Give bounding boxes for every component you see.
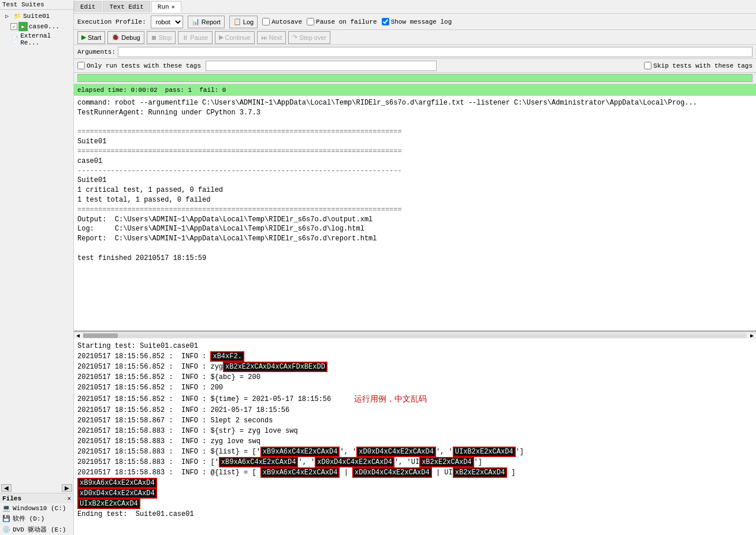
log-line: Ending test: Suite01.case01 <box>77 509 753 519</box>
autosave-check[interactable]: Autosave <box>262 18 302 25</box>
start-label: Start <box>88 34 101 41</box>
continue-btn[interactable]: ▶ Continue <box>215 31 255 44</box>
next-icon: ⏭ <box>261 34 267 41</box>
show-message-check[interactable]: Show message log <box>382 18 452 25</box>
show-message-label: Show message log <box>391 18 452 25</box>
output-line: ----------------------------------------… <box>77 166 753 176</box>
only-run-checkbox[interactable] <box>77 62 85 69</box>
output-line <box>77 244 753 254</box>
sidebar-item-external[interactable]: 📄 External Re... <box>1 32 72 47</box>
sidebar-item-suite01[interactable]: ▷ 📁 Suite01 <box>1 11 72 21</box>
sidebar-header: Test Suites <box>0 0 73 10</box>
windows-drive-label: Windows10 (C:) <box>13 505 66 512</box>
highlight-span: UIxB2xE2xCAxD4 <box>77 499 140 509</box>
sidebar: Test Suites ▷ 📁 Suite01 ▶ case0... 📄 Ext… <box>0 0 74 535</box>
stop-btn[interactable]: ⏹ Stop <box>147 31 176 44</box>
skip-check[interactable]: Skip tests with these tags <box>644 62 753 69</box>
hscroll-track[interactable] <box>83 333 747 338</box>
highlight-span: xB2xE2xCAxD4xCAxFDxBExDD <box>223 362 327 372</box>
tree-scroll-arrows: ◀ ▶ <box>0 483 73 493</box>
files-header: Files ✕ <box>0 493 73 503</box>
output-line: command: robot --argumentfile C:\Users\A… <box>77 98 753 108</box>
log-icon: 📋 <box>233 18 241 25</box>
tab-textedit[interactable]: Text Edit <box>103 1 150 12</box>
execution-profile-select[interactable]: robot <box>151 16 183 28</box>
top-output-panel[interactable]: command: robot --argumentfile C:\Users\A… <box>74 96 756 332</box>
scroll-left-btn[interactable]: ◀ <box>1 484 12 492</box>
log-line: xD0xD4xC4xE2xCAxD4 <box>77 488 753 499</box>
file-item-software[interactable]: 💾 软件 (D:) <box>0 513 73 524</box>
sidebar-tree: ▷ 📁 Suite01 ▶ case0... 📄 External Re... <box>0 10 73 483</box>
log-btn[interactable]: 📋 Log <box>229 16 258 28</box>
continue-icon: ▶ <box>219 34 224 41</box>
pause-btn[interactable]: ⏸ Pause <box>178 31 212 44</box>
highlight-span: xB9xA6xC4xE2xCAxD4 <box>219 457 299 467</box>
software-drive-label: 软件 (D:) <box>13 514 44 523</box>
case01-label: case0... <box>29 23 59 30</box>
skip-checkbox[interactable] <box>644 62 651 69</box>
windows-drive-icon: 💻 <box>2 504 10 512</box>
step-over-btn[interactable]: ↷ Step over <box>288 31 330 44</box>
continue-label: Continue <box>225 34 251 41</box>
tab-run-close[interactable]: ✕ <box>172 3 175 10</box>
output-line: 1 test total, 1 passed, 0 failed <box>77 195 753 205</box>
tab-edit-label: Edit <box>80 3 95 10</box>
progress-bar-outer <box>77 74 753 82</box>
highlight-span: xB2xE2xCAxD4 <box>453 467 507 478</box>
pause-failure-check[interactable]: Pause on failure <box>307 18 377 25</box>
output-line: 1 critical test, 1 passed, 0 failed <box>77 185 753 195</box>
start-icon: ▶ <box>81 34 86 41</box>
arguments-input[interactable] <box>118 47 753 57</box>
scroll-right-btn[interactable]: ▶ <box>62 484 72 492</box>
log-line: 20210517 18:15:58.883 : INFO : ${list} =… <box>77 447 753 457</box>
suite01-label: Suite01 <box>23 13 50 20</box>
progress-area <box>74 73 756 84</box>
debug-btn[interactable]: 🐞 Debug <box>107 31 144 44</box>
next-btn[interactable]: ⏭ Next <box>257 31 286 44</box>
show-message-checkbox[interactable] <box>382 18 389 25</box>
log-line: 20210517 18:15:58.883 : INFO : ['xB9xA6x… <box>77 457 753 467</box>
output-line: Suite01 <box>77 137 753 147</box>
files-close-btn[interactable]: ✕ <box>67 495 71 502</box>
log-line: Starting test: Suite01.case01 <box>77 341 753 351</box>
only-run-check[interactable]: Only run tests with these tags <box>77 62 201 69</box>
output-line: Report: C:\Users\ADMINI~1\AppData\Local\… <box>77 234 753 244</box>
step-over-icon: ↷ <box>292 34 297 41</box>
case01-checkbox[interactable] <box>10 23 17 30</box>
hscroll-right-btn[interactable]: ▶ <box>748 332 756 339</box>
dvd-drive-icon: 💿 <box>2 526 10 533</box>
file-item-windows[interactable]: 💻 Windows10 (C:) <box>0 503 73 513</box>
output-line: Suite01 <box>77 176 753 185</box>
status-bar: elapsed time: 0:00:02 pass: 1 fail: 0 <box>74 84 756 96</box>
hscroll-left-btn[interactable]: ◀ <box>74 332 82 339</box>
file-item-dvd[interactable]: 💿 DVD 驱动器 (E:) <box>0 524 73 535</box>
autosave-checkbox[interactable] <box>262 18 270 25</box>
report-btn[interactable]: 📊 Report <box>188 16 225 28</box>
pause-failure-checkbox[interactable] <box>307 18 314 25</box>
log-label: Log <box>243 18 254 25</box>
skip-label: Skip tests with these tags <box>653 62 753 69</box>
dvd-drive-label: DVD 驱动器 (E:) <box>13 525 66 534</box>
log-line: 20210517 18:15:58.883 : INFO : ${str} = … <box>77 426 753 436</box>
tab-edit[interactable]: Edit <box>74 1 102 12</box>
elapsed-label: elapsed time: 0:00:02 <box>77 87 158 94</box>
bottom-output-panel[interactable]: Starting test: Suite01.case01 20210517 1… <box>74 339 756 535</box>
output-line: TestRunnerAgent: Running under CPython 3… <box>77 108 753 118</box>
log-line: 20210517 18:15:56.852 : INFO : 2021-05-1… <box>77 405 753 415</box>
highlight-span: xD0xD4xC4xE2xCAxD4 <box>352 467 432 478</box>
run-toolbar: ▶ Start 🐞 Debug ⏹ Stop ⏸ Pause ▶ Continu… <box>74 30 756 45</box>
log-line: 20210517 18:15:56.852 : INFO : ${abc} = … <box>77 372 753 382</box>
log-line: 20210517 18:15:58.867 : INFO : Slept 2 s… <box>77 415 753 426</box>
highlight-span: xB9xA6xC4xE2xCAxD4 <box>260 447 340 457</box>
top-hscrollbar[interactable]: ◀ ▶ <box>74 332 756 339</box>
tab-run[interactable]: Run ✕ <box>151 1 181 13</box>
start-btn[interactable]: ▶ Start <box>77 31 105 44</box>
chinese-annotation: 运行用例，中文乱码 <box>354 393 427 405</box>
main-area: Edit Text Edit Run ✕ Execution Profile: … <box>74 0 756 535</box>
sidebar-item-case01[interactable]: ▶ case0... <box>1 21 72 32</box>
highlight-span: xB9xA6xC4xE2xCAxD4 <box>77 478 157 488</box>
log-line: 20210517 18:15:56.852 : INFO : zygxB2xE2… <box>77 362 753 372</box>
hscroll-thumb[interactable] <box>83 333 118 338</box>
only-run-input[interactable] <box>206 61 437 71</box>
log-line: xB9xA6xC4xE2xCAxD4 <box>77 478 753 488</box>
